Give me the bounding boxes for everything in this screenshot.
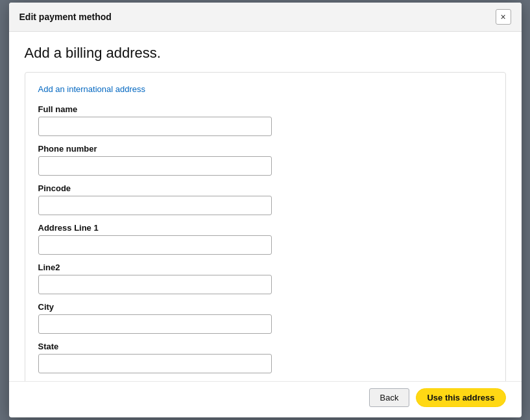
back-button[interactable]: Back: [369, 388, 410, 407]
state-field: State: [38, 342, 492, 373]
modal-close-button[interactable]: ×: [496, 9, 511, 25]
state-label: State: [38, 342, 492, 351]
line2-label: Line2: [38, 262, 492, 272]
modal-dialog: Edit payment method × Add a billing addr…: [9, 3, 522, 417]
pincode-label: Pincode: [38, 183, 492, 193]
modal-title: Edit payment method: [19, 12, 112, 22]
full-name-label: Full name: [38, 104, 492, 114]
phone-number-field: Phone number: [38, 144, 492, 176]
pincode-input[interactable]: [38, 196, 272, 215]
line2-input[interactable]: [38, 275, 272, 294]
city-field: City: [38, 302, 492, 334]
line2-field: Line2: [38, 262, 492, 294]
phone-number-label: Phone number: [38, 144, 492, 154]
address-line1-field: Address Line 1: [38, 223, 492, 255]
modal-header: Edit payment method ×: [9, 3, 522, 32]
city-label: City: [38, 302, 492, 312]
modal-body: Add a billing address. Add an internatio…: [9, 32, 522, 381]
page-heading: Add a billing address.: [25, 45, 506, 62]
full-name-input[interactable]: [38, 117, 272, 136]
pincode-field: Pincode: [38, 183, 492, 215]
state-input[interactable]: [38, 354, 272, 373]
phone-number-input[interactable]: [38, 156, 272, 176]
international-address-link[interactable]: Add an international address: [38, 84, 146, 94]
use-address-button[interactable]: Use this address: [416, 388, 505, 407]
modal-footer: Back Use this address: [9, 381, 522, 417]
form-container: Add an international address Full name P…: [25, 72, 506, 381]
address-line1-input[interactable]: [38, 235, 272, 255]
city-input[interactable]: [38, 314, 272, 334]
address-line1-label: Address Line 1: [38, 223, 492, 233]
full-name-field: Full name: [38, 104, 492, 136]
